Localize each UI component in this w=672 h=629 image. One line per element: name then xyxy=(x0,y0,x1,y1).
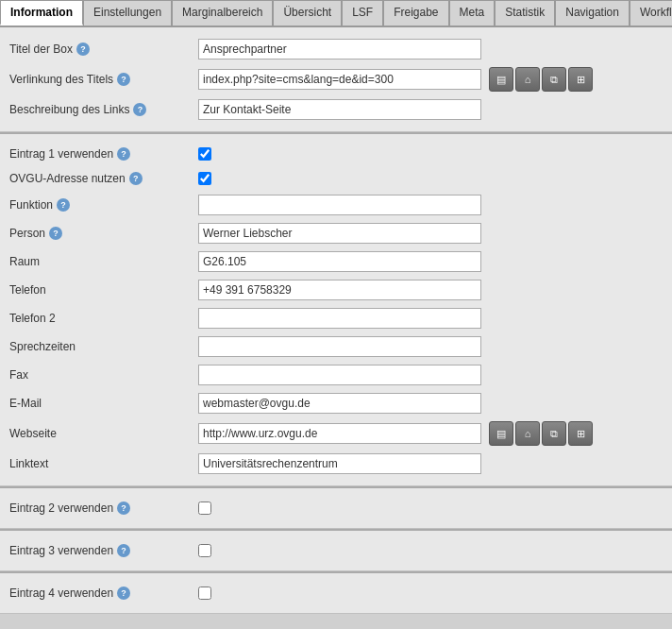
entry1-telefon-input[interactable] xyxy=(198,280,481,300)
entry1-telefon-input-group xyxy=(198,280,663,300)
entry1-sprechzeiten-input-group xyxy=(198,336,663,357)
entry1-person-input[interactable] xyxy=(198,223,481,244)
entry1-person-input-group xyxy=(198,223,663,244)
entry3-verwenden-row: Eintrag 3 verwenden ? xyxy=(9,538,663,563)
verlinkung-btn-group: ▤ ⌂ ⧉ ⊞ xyxy=(489,67,593,92)
entry3-verwenden-checkbox[interactable] xyxy=(198,544,211,557)
tab-navigation[interactable]: Navigation xyxy=(555,0,630,26)
verlinkung-label: Verlinkung des Titels ? xyxy=(9,73,198,86)
content-area: Titel der Box ? Verlinkung des Titels ? … xyxy=(0,27,672,614)
tab-ubersicht[interactable]: Übersicht xyxy=(273,0,342,26)
entry1-webseite-label: Webseite xyxy=(9,427,198,440)
grid-icon-2: ⊞ xyxy=(577,428,585,440)
entry1-verwenden-input-group xyxy=(198,147,663,161)
entry1-funktion-help-icon[interactable]: ? xyxy=(57,198,70,212)
entry3-section: Eintrag 3 verwenden ? xyxy=(0,531,672,571)
tab-meta[interactable]: Meta xyxy=(449,0,496,26)
entry1-email-row: E-Mail xyxy=(9,389,663,417)
entry1-verwenden-checkbox[interactable] xyxy=(198,147,211,161)
entry1-telefon2-input[interactable] xyxy=(198,308,481,329)
entry1-raum-label: Raum xyxy=(9,255,198,268)
beschreibung-input[interactable] xyxy=(198,99,481,120)
webseite-grid-button[interactable]: ⊞ xyxy=(568,421,593,446)
verlinkung-row: Verlinkung des Titels ? ▤ ⌂ ⧉ ⊞ xyxy=(9,63,663,95)
entry1-verwenden-help-icon[interactable]: ? xyxy=(117,147,130,161)
beschreibung-help-icon[interactable]: ? xyxy=(133,103,146,116)
titel-label: Titel der Box ? xyxy=(9,42,198,56)
webseite-copy-button[interactable]: ⧉ xyxy=(542,421,566,446)
verlinkung-input[interactable] xyxy=(198,69,481,90)
tab-workflow[interactable]: Workflow xyxy=(630,0,672,26)
entry2-verwenden-row: Eintrag 2 verwenden ? xyxy=(9,496,663,520)
entry1-section: Eintrag 1 verwenden ? OVGU-Adresse nutze… xyxy=(0,134,672,486)
entry1-funktion-row: Funktion ? xyxy=(9,191,663,219)
entry1-raum-input[interactable] xyxy=(198,251,481,272)
tab-information[interactable]: Information xyxy=(0,0,83,26)
entry1-ovgu-row: OVGU-Adresse nutzen ? xyxy=(9,166,663,191)
entry1-fax-input[interactable] xyxy=(198,365,481,385)
entry1-ovgu-help-icon[interactable]: ? xyxy=(129,172,143,185)
entry1-webseite-input-group: ▤ ⌂ ⧉ ⊞ xyxy=(198,421,663,446)
entry4-verwenden-row: Eintrag 4 verwenden ? xyxy=(9,581,663,605)
entry1-ovgu-label: OVGU-Adresse nutzen ? xyxy=(9,172,198,185)
home-icon: ⌂ xyxy=(525,74,531,85)
entry1-funktion-input[interactable] xyxy=(198,195,481,215)
entry4-verwenden-checkbox[interactable] xyxy=(198,586,211,600)
entry1-sprechzeiten-label: Sprechzeiten xyxy=(9,340,198,353)
entry2-section: Eintrag 2 verwenden ? xyxy=(0,488,672,529)
entry1-webseite-row: Webseite ▤ ⌂ ⧉ ⊞ xyxy=(9,417,663,450)
entry1-telefon2-label: Telefon 2 xyxy=(9,312,198,325)
beschreibung-input-group xyxy=(198,99,663,120)
entry1-fax-row: Fax xyxy=(9,361,663,389)
entry1-webseite-input[interactable] xyxy=(198,423,481,444)
verlinkung-grid-button[interactable]: ⊞ xyxy=(568,67,593,92)
entry1-linktext-input-group xyxy=(198,453,663,474)
verlinkung-copy-button[interactable]: ⧉ xyxy=(542,67,566,92)
entry2-verwenden-help-icon[interactable]: ? xyxy=(117,502,130,515)
verlinkung-input-group: ▤ ⌂ ⧉ ⊞ xyxy=(198,67,663,92)
entry1-person-help-icon[interactable]: ? xyxy=(49,227,62,240)
entry3-verwenden-input-group xyxy=(198,544,663,557)
entry4-verwenden-label: Eintrag 4 verwenden ? xyxy=(9,586,198,600)
entry1-email-input[interactable] xyxy=(198,393,481,414)
verlinkung-home-button[interactable]: ⌂ xyxy=(515,67,540,92)
entry1-linktext-label: Linktext xyxy=(9,457,198,470)
entry4-verwenden-input-group xyxy=(198,586,663,600)
entry1-funktion-input-group xyxy=(198,195,663,215)
entry1-sprechzeiten-input[interactable] xyxy=(198,336,481,357)
entry1-raum-row: Raum xyxy=(9,247,663,276)
copy-icon-2: ⧉ xyxy=(550,428,558,440)
entry1-linktext-input[interactable] xyxy=(198,453,481,474)
titel-help-icon[interactable]: ? xyxy=(76,42,90,56)
entry1-ovgu-checkbox[interactable] xyxy=(198,172,211,185)
copy-icon: ⧉ xyxy=(550,74,558,86)
entry1-linktext-row: Linktext xyxy=(9,450,663,478)
entry1-person-label: Person ? xyxy=(9,227,198,240)
tab-statistik[interactable]: Statistik xyxy=(495,0,555,26)
webseite-btn-group: ▤ ⌂ ⧉ ⊞ xyxy=(489,421,593,446)
entry3-verwenden-help-icon[interactable]: ? xyxy=(117,544,130,557)
entry1-telefon2-row: Telefon 2 xyxy=(9,304,663,332)
entry2-verwenden-checkbox[interactable] xyxy=(198,502,211,515)
tab-bar: Information Einstellungen Marginalbereic… xyxy=(0,0,672,27)
entry4-verwenden-help-icon[interactable]: ? xyxy=(117,586,130,600)
tab-freigabe[interactable]: Freigabe xyxy=(383,0,448,26)
titel-input[interactable] xyxy=(198,39,481,60)
tab-marginalbereich[interactable]: Marginalbereich xyxy=(172,0,273,26)
beschreibung-label: Beschreibung des Links ? xyxy=(9,103,198,116)
tab-einstellungen[interactable]: Einstellungen xyxy=(83,0,172,26)
entry1-fax-input-group xyxy=(198,365,663,385)
webseite-home-button[interactable]: ⌂ xyxy=(515,421,540,446)
basic-info-section: Titel der Box ? Verlinkung des Titels ? … xyxy=(0,27,672,132)
grid-icon: ⊞ xyxy=(577,74,585,86)
webseite-folder-button[interactable]: ▤ xyxy=(489,421,513,446)
home-icon-2: ⌂ xyxy=(525,428,531,439)
tab-lsf[interactable]: LSF xyxy=(342,0,383,26)
entry2-verwenden-label: Eintrag 2 verwenden ? xyxy=(9,502,198,515)
entry1-person-row: Person ? xyxy=(9,219,663,247)
entry2-verwenden-input-group xyxy=(198,502,663,515)
entry1-telefon2-input-group xyxy=(198,308,663,329)
verlinkung-help-icon[interactable]: ? xyxy=(117,73,130,86)
verlinkung-folder-button[interactable]: ▤ xyxy=(489,67,513,92)
entry1-sprechzeiten-row: Sprechzeiten xyxy=(9,332,663,361)
